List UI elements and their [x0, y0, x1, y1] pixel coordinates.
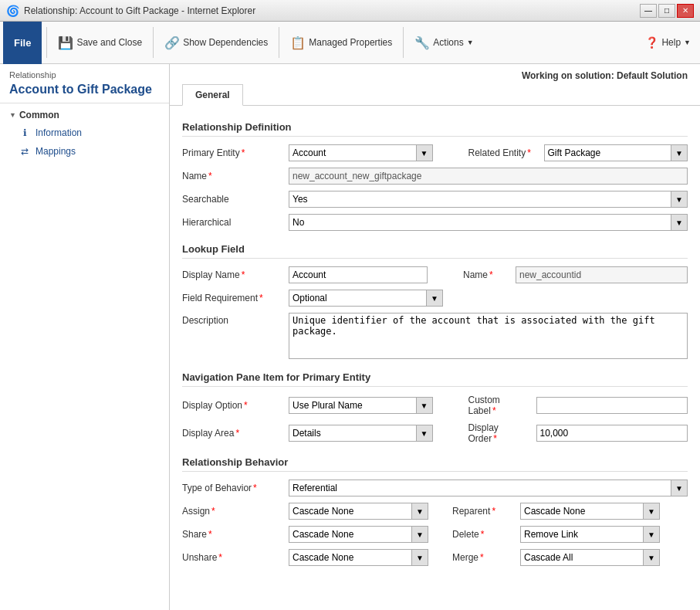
- window-controls: — □ ✕: [640, 4, 694, 18]
- searchable-row: Searchable ▼: [182, 191, 688, 208]
- display-order-input[interactable]: [536, 425, 688, 442]
- description-label: Description: [182, 313, 282, 326]
- display-area-group: ▼: [289, 425, 433, 442]
- type-of-behavior-group: ▼: [289, 480, 688, 496]
- share-dropdown-btn[interactable]: ▼: [411, 526, 428, 543]
- assign-input[interactable]: [289, 503, 411, 520]
- share-group: ▼: [289, 526, 428, 543]
- custom-label-label: Custom Label*: [468, 395, 530, 416]
- field-requirement-row: Field Requirement* ▼: [182, 290, 688, 307]
- assign-label: Assign*: [182, 506, 282, 517]
- page-title: Account to Gift Package: [0, 83, 169, 103]
- save-and-close-button[interactable]: 💾 Save and Close: [52, 27, 148, 58]
- tabs: General: [170, 84, 700, 106]
- field-requirement-label: Field Requirement*: [182, 293, 282, 303]
- tab-general[interactable]: General: [182, 84, 243, 106]
- merge-group: ▼: [520, 549, 659, 566]
- delete-group: ▼: [520, 526, 659, 543]
- sidebar-item-mappings[interactable]: ⇄ Mappings: [0, 142, 169, 161]
- primary-related-entity-row: Primary Entity* ▼ Related Entity* ▼: [182, 144, 688, 161]
- main-container: Relationship Account to Gift Package Com…: [0, 64, 700, 610]
- share-delete-row: Share* ▼ Delete* ▼: [182, 526, 688, 543]
- related-entity-input[interactable]: [544, 144, 671, 161]
- related-entity-dropdown-btn[interactable]: ▼: [671, 144, 688, 161]
- sidebar-item-information[interactable]: ℹ Information: [0, 124, 169, 142]
- lookup-displayname-input[interactable]: [289, 266, 428, 283]
- field-requirement-group: ▼: [289, 290, 443, 307]
- managed-properties-button[interactable]: 📋 Managed Properties: [284, 27, 398, 58]
- primary-entity-input[interactable]: [289, 144, 416, 161]
- unshare-dropdown-btn[interactable]: ▼: [411, 549, 428, 566]
- assign-group: ▼: [289, 503, 428, 520]
- display-area-row: Display Area* ▼ Display Order*: [182, 422, 688, 444]
- field-requirement-input[interactable]: [289, 290, 426, 307]
- merge-dropdown-btn[interactable]: ▼: [643, 549, 660, 566]
- assign-reparent-row: Assign* ▼ Reparent* ▼: [182, 503, 688, 520]
- display-area-label: Display Area*: [182, 428, 282, 439]
- help-icon: ❓: [645, 36, 658, 49]
- navigation-pane-header: Navigation Pane Item for Primary Entity: [182, 371, 688, 387]
- lookup-name-input[interactable]: [516, 266, 688, 283]
- information-icon: ℹ: [19, 127, 31, 139]
- display-option-dropdown-btn[interactable]: ▼: [416, 397, 433, 414]
- close-button[interactable]: ✕: [677, 4, 694, 18]
- solution-banner: Working on solution: Default Solution: [170, 70, 700, 84]
- content-area: Working on solution: Default Solution Ge…: [170, 64, 700, 610]
- breadcrumb-text: Relationship: [9, 70, 160, 80]
- help-button[interactable]: ❓ Help ▼: [639, 33, 697, 52]
- nav-section-header: Common: [0, 103, 169, 124]
- display-option-label: Display Option*: [182, 400, 282, 411]
- hierarchical-group: ▼: [289, 214, 688, 231]
- reparent-dropdown-btn[interactable]: ▼: [643, 503, 660, 520]
- minimize-button[interactable]: —: [640, 4, 657, 18]
- lookup-displayname-name-row: Display Name* Name*: [182, 266, 688, 283]
- unshare-input[interactable]: [289, 549, 411, 566]
- reparent-input[interactable]: [520, 503, 643, 520]
- toolbar-separator-4: [403, 27, 404, 58]
- dependencies-icon: 🔗: [164, 36, 180, 50]
- delete-label: Delete*: [452, 529, 514, 540]
- related-entity-input-group: ▼: [544, 144, 688, 161]
- sidebar: Relationship Account to Gift Package Com…: [0, 64, 170, 610]
- hierarchical-input[interactable]: [289, 214, 671, 231]
- show-dependencies-button[interactable]: 🔗 Show Dependencies: [158, 27, 274, 58]
- type-of-behavior-input[interactable]: [289, 480, 671, 496]
- assign-dropdown-btn[interactable]: ▼: [411, 503, 428, 520]
- description-textarea[interactable]: Unique identifier of the account that is…: [289, 313, 688, 359]
- mappings-icon: ⇄: [19, 145, 31, 158]
- file-button[interactable]: File: [3, 22, 42, 64]
- searchable-input[interactable]: [289, 191, 671, 208]
- hierarchical-dropdown-btn[interactable]: ▼: [671, 214, 688, 231]
- field-requirement-dropdown-btn[interactable]: ▼: [426, 290, 443, 307]
- delete-input[interactable]: [520, 526, 643, 543]
- actions-icon: 🔧: [414, 36, 430, 50]
- toolbar-separator-2: [153, 27, 154, 58]
- breadcrumb: Relationship: [0, 64, 169, 83]
- restore-button[interactable]: □: [658, 4, 675, 18]
- reparent-group: ▼: [520, 503, 659, 520]
- name-row: Name*: [182, 168, 688, 185]
- type-of-behavior-dropdown-btn[interactable]: ▼: [671, 480, 688, 496]
- display-option-group: ▼: [289, 397, 433, 414]
- form-content: Relationship Definition Primary Entity* …: [170, 106, 700, 581]
- unshare-label: Unshare*: [182, 552, 282, 563]
- toolbar-separator-1: [46, 27, 47, 58]
- title-bar: 🌀 Relationship: Account to Gift Package …: [0, 0, 700, 22]
- actions-dropdown-icon: ▼: [467, 39, 474, 46]
- share-input[interactable]: [289, 526, 411, 543]
- help-dropdown-icon: ▼: [684, 39, 691, 46]
- unshare-merge-row: Unshare* ▼ Merge* ▼: [182, 549, 688, 566]
- custom-label-input[interactable]: [536, 397, 688, 414]
- display-area-input[interactable]: [289, 425, 416, 442]
- name-input[interactable]: [289, 168, 688, 185]
- name-label: Name*: [182, 171, 282, 181]
- related-entity-label: Related Entity*: [468, 147, 538, 158]
- relationship-definition-header: Relationship Definition: [182, 121, 688, 137]
- actions-button[interactable]: 🔧 Actions ▼: [408, 27, 479, 58]
- merge-input[interactable]: [520, 549, 643, 566]
- primary-entity-dropdown-btn[interactable]: ▼: [416, 144, 433, 161]
- delete-dropdown-btn[interactable]: ▼: [643, 526, 660, 543]
- display-area-dropdown-btn[interactable]: ▼: [416, 425, 433, 442]
- display-option-input[interactable]: [289, 397, 416, 414]
- searchable-dropdown-btn[interactable]: ▼: [671, 191, 688, 208]
